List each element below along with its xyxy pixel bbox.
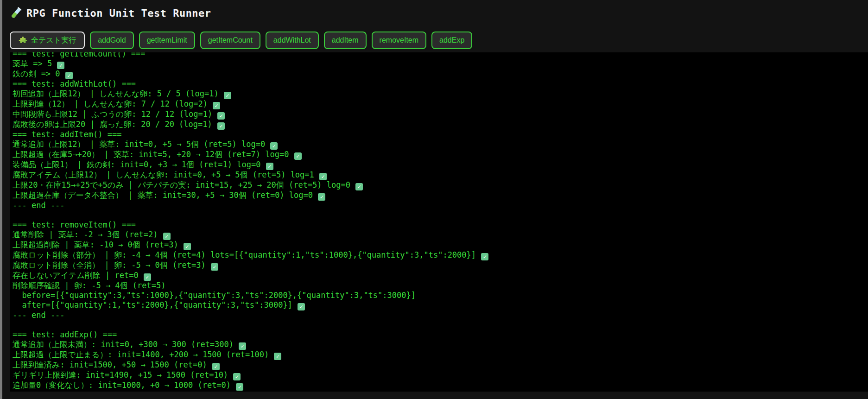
console-line: before=[{"quantity":3,"ts":1000},{"quant… (13, 291, 865, 300)
console-line: 薬草 => 5 ✓ (13, 59, 865, 69)
console-line: === test: addItem() === (13, 130, 865, 139)
check-pass-icon: ✓ (355, 183, 363, 190)
puzzle-piece-icon (19, 36, 27, 45)
run-all-tests-button[interactable]: 全テスト実行 (10, 32, 85, 49)
button-label: getItemLimit (147, 36, 187, 44)
console-line: 上限20・在庫15→+25で+5のみ | パチパチの実: init=15, +2… (13, 180, 865, 190)
console-line: 上限超過（在庫5→+20） | 薬草: init=5, +20 → 12個 (r… (13, 150, 865, 160)
test-button-addWithLot[interactable]: addWithLot (266, 32, 319, 49)
console-line: 鉄の剣 => 0 ✓ (13, 69, 865, 79)
console-line: 腐敗ロット削除（部分） | 卵: -4 → 4個 (ret=4) lots=[{… (13, 250, 865, 260)
test-button-addItem[interactable]: addItem (324, 32, 367, 49)
test-button-removeItem[interactable]: removeItem (372, 32, 426, 49)
console-line: === test: getItemCount() === (13, 52, 865, 59)
check-pass-icon: ✓ (212, 363, 220, 370)
run-all-tests-label: 全テスト実行 (31, 36, 76, 45)
test-output-console[interactable]: === test: getItemCount() ===薬草 => 5 ✓鉄の剣… (10, 52, 868, 392)
console-line: after=[{"quantity":1,"ts":2000},{"quanti… (13, 300, 865, 310)
button-label: removeItem (380, 36, 418, 44)
console-line: 腐敗アイテム（上限12） | しんせんな卵: init=0, +5 → 5個 (… (13, 170, 865, 180)
console-line: 腐敗後の卵は上限20 | 腐った卵: 20 / 20 (log=1) ✓ (13, 120, 865, 130)
test-button-getItemLimit[interactable]: getItemLimit (139, 32, 195, 49)
console-line: 通常削除 | 薬草: -2 → 3個 (ret=2) ✓ (13, 230, 865, 240)
page-title: RPG Function Unit Test Runner (26, 7, 211, 19)
console-line (13, 320, 865, 330)
console-line: --- end --- (13, 310, 865, 320)
console-line: === test: addWithLot() === (13, 79, 865, 89)
console-line: 削除順序確認 | 卵: -5 → 4個 (ret=5) (13, 281, 865, 291)
check-pass-icon: ✓ (144, 273, 151, 281)
test-button-addExp[interactable]: addExp (431, 32, 472, 49)
check-pass-icon: ✓ (266, 163, 273, 170)
app-window: RPG Function Unit Test Runner 全テスト実行 add… (0, 0, 868, 399)
check-pass-icon: ✓ (57, 62, 64, 69)
check-pass-icon: ✓ (217, 122, 225, 130)
check-pass-icon: ✓ (211, 263, 218, 271)
check-pass-icon: ✓ (270, 142, 278, 150)
check-pass-icon: ✓ (239, 342, 246, 350)
check-pass-icon: ✓ (184, 243, 191, 250)
check-pass-icon: ✓ (298, 303, 305, 310)
button-label: addGold (98, 36, 126, 44)
console-line: 上限到達（12） | しんせんな卵: 7 / 12 (log=2) ✓ (13, 99, 865, 109)
check-pass-icon: ✓ (217, 112, 225, 120)
console-line (13, 210, 865, 220)
console-line: 腐敗ロット削除（全消） | 卵: -5 → 0個 (ret=3) ✓ (13, 260, 865, 271)
button-label: addExp (439, 36, 464, 44)
console-line: 上限超過（上限で止まる）: init=1400, +200 → 1500 (re… (13, 350, 865, 360)
console-line: 上限超過削除 | 薬草: -10 → 0個 (ret=3) ✓ (13, 240, 865, 250)
button-label: addWithLot (273, 36, 311, 44)
console-line: 存在しないアイテム削除 | ret=0 ✓ (13, 271, 865, 281)
page: RPG Function Unit Test Runner 全テスト実行 add… (0, 0, 868, 399)
check-pass-icon: ✓ (213, 102, 220, 109)
button-label: getItemCount (208, 36, 253, 44)
console-line: 上限超過在庫（データ不整合） | 薬草: init=30, +5 → 30個 (… (13, 190, 865, 201)
test-button-getItemCount[interactable]: getItemCount (200, 32, 260, 49)
check-pass-icon: ✓ (319, 173, 327, 180)
console-line: === test: addExp() === (13, 330, 865, 340)
app-header: RPG Function Unit Test Runner (10, 6, 868, 20)
check-pass-icon: ✓ (294, 152, 302, 160)
check-pass-icon: ✓ (65, 72, 73, 79)
console-line: 追加量0（変化なし）: init=1000, +0 → 1000 (ret=0)… (13, 380, 865, 391)
check-pass-icon: ✓ (224, 92, 231, 99)
test-button-addGold[interactable]: addGold (90, 32, 134, 49)
console-line: --- end --- (13, 201, 865, 210)
check-pass-icon: ✓ (481, 253, 488, 260)
console-line: 装備品（上限1） | 鉄の剣: init=0, +3 → 1個 (ret=1) … (13, 160, 865, 170)
test-tube-icon (10, 6, 22, 19)
vertical-scrollbar[interactable] (0, 0, 2, 399)
console-line: 上限到達済み: init=1500, +50 → 1500 (ret=0) ✓ (13, 360, 865, 370)
console-line: 通常追加（上限未満）: init=0, +300 → 300 (ret=300)… (13, 340, 865, 350)
console-line: ギリギリ上限到達: init=1490, +15 → 1500 (ret=10)… (13, 370, 865, 380)
console-line: 通常追加（上限12） | 薬草: init=0, +5 → 5個 (ret=5)… (13, 139, 865, 150)
console-line: === test: removeItem() === (13, 220, 865, 230)
console-line: --- end --- (13, 391, 865, 392)
button-label: addItem (332, 36, 359, 44)
console-line: 中間段階も上限12 | ふつうの卵: 12 / 12 (log=1) ✓ (13, 109, 865, 120)
console-line: 初回追加（上限12） | しんせんな卵: 5 / 5 (log=1) ✓ (13, 89, 865, 99)
check-pass-icon: ✓ (163, 233, 171, 240)
check-pass-icon: ✓ (233, 373, 241, 380)
test-toolbar: 全テスト実行 addGold getItemLimit getItemCount… (10, 32, 868, 49)
console-log: === test: getItemCount() ===薬草 => 5 ✓鉄の剣… (10, 52, 868, 392)
check-pass-icon: ✓ (274, 353, 281, 360)
check-pass-icon: ✓ (236, 383, 243, 391)
check-pass-icon: ✓ (318, 193, 325, 201)
